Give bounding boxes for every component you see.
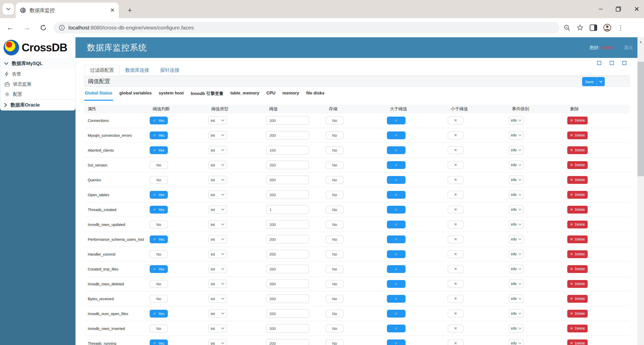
- delete-button[interactable]: ✕Delete: [567, 131, 588, 139]
- store-toggle[interactable]: No: [326, 206, 343, 214]
- subtab-memory[interactable]: memory: [282, 90, 300, 101]
- subtab-global-status[interactable]: Global Status: [84, 90, 113, 101]
- event-level-select[interactable]: info: [509, 250, 524, 258]
- zoom-icon[interactable]: [564, 24, 571, 31]
- store-toggle[interactable]: No: [326, 325, 343, 332]
- threshold-type-select[interactable]: int: [208, 191, 227, 199]
- event-level-select[interactable]: info: [509, 265, 524, 273]
- threshold-judge-toggle[interactable]: ✓Yes: [150, 191, 168, 199]
- threshold-value-input[interactable]: [266, 190, 309, 199]
- forward-button[interactable]: →: [20, 21, 33, 34]
- site-info-icon[interactable]: [59, 25, 65, 31]
- store-toggle[interactable]: No: [326, 250, 343, 258]
- delete-button[interactable]: ✕Delete: [567, 191, 588, 199]
- event-level-select[interactable]: info: [509, 116, 524, 125]
- side-panel-icon[interactable]: [590, 24, 597, 31]
- store-toggle[interactable]: No: [326, 161, 343, 169]
- less-than-toggle[interactable]: ✕: [448, 176, 463, 184]
- threshold-type-select[interactable]: int: [208, 280, 227, 288]
- threshold-value-input[interactable]: [266, 294, 309, 303]
- threshold-value-input[interactable]: [266, 309, 309, 318]
- threshold-value-input[interactable]: [266, 146, 309, 154]
- delete-button[interactable]: ✕Delete: [567, 176, 588, 184]
- store-toggle[interactable]: No: [326, 176, 343, 184]
- threshold-type-select[interactable]: int: [208, 339, 227, 345]
- threshold-value-input[interactable]: [266, 324, 309, 333]
- logout-link[interactable]: 退出: [624, 45, 633, 51]
- delete-button[interactable]: ✕Delete: [567, 310, 588, 318]
- greater-than-toggle[interactable]: ✓: [387, 176, 406, 184]
- less-than-toggle[interactable]: ✕: [448, 221, 463, 228]
- greater-than-toggle[interactable]: ✓: [387, 250, 406, 258]
- delete-button[interactable]: ✕Delete: [567, 146, 588, 154]
- threshold-value-input[interactable]: [266, 176, 309, 184]
- threshold-judge-toggle[interactable]: No: [150, 280, 168, 288]
- delete-button[interactable]: ✕Delete: [567, 295, 588, 303]
- sidebar-item-status-monitor[interactable]: 状态监测: [0, 79, 75, 89]
- less-than-toggle[interactable]: ✕: [448, 131, 463, 139]
- sidebar-group-mysql[interactable]: 数据库MySQL: [0, 58, 75, 69]
- less-than-toggle[interactable]: ✕: [448, 235, 463, 243]
- threshold-judge-toggle[interactable]: No: [150, 161, 168, 169]
- delete-button[interactable]: ✕Delete: [567, 161, 588, 169]
- less-than-toggle[interactable]: ✕: [448, 250, 463, 258]
- threshold-value-input[interactable]: [266, 205, 309, 214]
- delete-button[interactable]: ✕Delete: [567, 280, 588, 288]
- delete-button[interactable]: ✕Delete: [567, 117, 588, 124]
- event-level-select[interactable]: info: [509, 176, 524, 184]
- threshold-type-select[interactable]: int: [208, 116, 227, 124]
- threshold-judge-toggle[interactable]: ✓Yes: [150, 339, 168, 345]
- tab-close-icon[interactable]: ✕: [110, 7, 115, 14]
- subtab-global-variables[interactable]: global variables: [119, 90, 152, 101]
- store-toggle[interactable]: No: [326, 339, 343, 345]
- page-scrollbar[interactable]: ▲: [637, 37, 644, 345]
- threshold-type-select[interactable]: int: [208, 176, 227, 184]
- greater-than-toggle[interactable]: ✓: [387, 131, 406, 139]
- event-level-select[interactable]: info: [509, 205, 524, 214]
- less-than-toggle[interactable]: ✕: [448, 206, 463, 214]
- less-than-toggle[interactable]: ✕: [448, 161, 463, 169]
- new-tab-button[interactable]: +: [125, 5, 135, 16]
- unknown-glyph-icon[interactable]: [610, 61, 614, 65]
- greater-than-toggle[interactable]: ✓: [387, 117, 406, 124]
- threshold-judge-toggle[interactable]: ✓Yes: [150, 310, 168, 318]
- threshold-type-select[interactable]: int: [208, 324, 227, 332]
- threshold-judge-toggle[interactable]: ✓Yes: [150, 265, 168, 273]
- threshold-type-select[interactable]: int: [208, 131, 227, 139]
- store-toggle[interactable]: No: [326, 310, 343, 318]
- back-button[interactable]: ←: [4, 21, 17, 34]
- subtab-system-host[interactable]: system host: [158, 90, 184, 101]
- threshold-type-select[interactable]: int: [208, 265, 227, 273]
- less-than-toggle[interactable]: ✕: [448, 265, 463, 273]
- sidebar-group-oracle[interactable]: 数据库Oracle: [0, 99, 75, 110]
- threshold-judge-toggle[interactable]: No: [150, 325, 168, 332]
- threshold-judge-toggle[interactable]: ✓Yes: [150, 131, 168, 139]
- save-dropdown-caret[interactable]: [597, 81, 605, 83]
- threshold-type-select[interactable]: int: [208, 220, 227, 228]
- greater-than-toggle[interactable]: ✓: [387, 161, 406, 169]
- greater-than-toggle[interactable]: ✓: [387, 191, 406, 199]
- menu-kebab-icon[interactable]: ⋮: [617, 24, 624, 32]
- less-than-toggle[interactable]: ✕: [448, 339, 463, 345]
- delete-button[interactable]: ✕Delete: [567, 221, 588, 228]
- event-level-select[interactable]: info: [509, 339, 524, 345]
- threshold-value-input[interactable]: [266, 265, 309, 273]
- threshold-value-input[interactable]: [266, 339, 309, 345]
- threshold-value-input[interactable]: [266, 280, 309, 288]
- threshold-type-select[interactable]: int: [208, 309, 227, 318]
- event-level-select[interactable]: info: [509, 161, 524, 169]
- greater-than-toggle[interactable]: ✓: [387, 206, 406, 214]
- event-level-select[interactable]: info: [509, 220, 524, 229]
- scroll-up-arrow[interactable]: ▲: [637, 37, 644, 46]
- event-level-select[interactable]: info: [509, 294, 524, 303]
- sidebar-item-alerts[interactable]: 告警: [0, 69, 75, 79]
- less-than-toggle[interactable]: ✕: [448, 117, 463, 124]
- greater-than-toggle[interactable]: ✓: [387, 280, 406, 288]
- window-minimize-button[interactable]: ─: [599, 6, 603, 12]
- greater-than-toggle[interactable]: ✓: [387, 221, 406, 228]
- subtab-cpu[interactable]: CPU: [266, 90, 276, 101]
- less-than-toggle[interactable]: ✕: [448, 146, 463, 154]
- store-toggle[interactable]: No: [326, 117, 343, 124]
- threshold-judge-toggle[interactable]: ✓Yes: [150, 235, 168, 243]
- event-level-select[interactable]: info: [509, 324, 524, 333]
